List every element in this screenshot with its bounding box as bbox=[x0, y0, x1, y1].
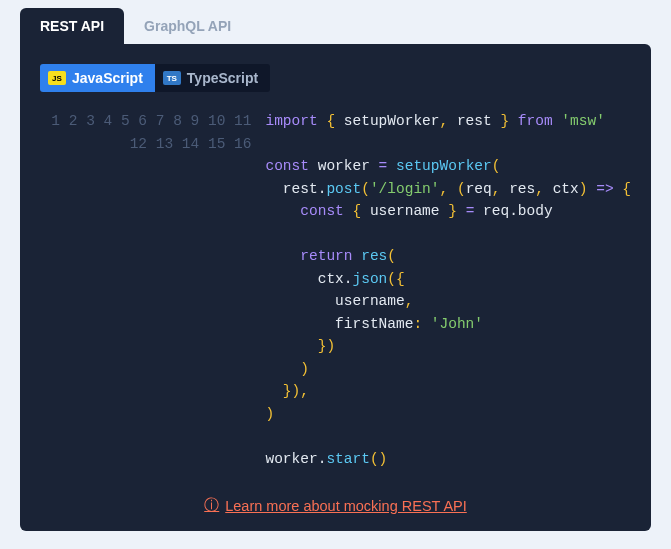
code-line: firstName: 'John' bbox=[265, 313, 631, 336]
learn-more-wrap: ⓘ Learn more about mocking REST API bbox=[40, 496, 631, 515]
tab-rest-api[interactable]: REST API bbox=[20, 8, 124, 44]
line-number-gutter: 1 2 3 4 5 6 7 8 9 10 11 12 13 14 15 16 bbox=[40, 110, 265, 470]
code-line: }), bbox=[265, 380, 631, 403]
code-line bbox=[265, 425, 631, 448]
language-tabs: JS JavaScript TS TypeScript bbox=[40, 64, 270, 92]
code-line: }) bbox=[265, 335, 631, 358]
code-line: username, bbox=[265, 290, 631, 313]
code-line: return res( bbox=[265, 245, 631, 268]
code-line: ) bbox=[265, 358, 631, 381]
code-line: ctx.json({ bbox=[265, 268, 631, 291]
code-panel: JS JavaScript TS TypeScript 1 2 3 4 5 6 … bbox=[20, 44, 651, 531]
lang-tab-label: JavaScript bbox=[72, 70, 143, 86]
api-tabs: REST API GraphQL API bbox=[20, 8, 651, 44]
code-line bbox=[265, 133, 631, 156]
code-line: const worker = setupWorker( bbox=[265, 155, 631, 178]
tab-graphql-api[interactable]: GraphQL API bbox=[124, 8, 251, 44]
js-badge-icon: JS bbox=[48, 71, 66, 85]
lang-tab-label: TypeScript bbox=[187, 70, 258, 86]
lang-tab-javascript[interactable]: JS JavaScript bbox=[40, 64, 155, 92]
code-line: worker.start() bbox=[265, 448, 631, 471]
code-line: import { setupWorker, rest } from 'msw' bbox=[265, 110, 631, 133]
code-line: const { username } = req.body bbox=[265, 200, 631, 223]
lang-tab-typescript[interactable]: TS TypeScript bbox=[155, 64, 270, 92]
learn-more-text: Learn more about mocking REST API bbox=[225, 498, 467, 514]
code-content: import { setupWorker, rest } from 'msw' … bbox=[265, 110, 631, 470]
code-line bbox=[265, 223, 631, 246]
learn-more-link[interactable]: ⓘ Learn more about mocking REST API bbox=[204, 496, 467, 515]
code-line: ) bbox=[265, 403, 631, 426]
info-icon: ⓘ bbox=[204, 496, 219, 515]
code-block: 1 2 3 4 5 6 7 8 9 10 11 12 13 14 15 16 i… bbox=[40, 110, 631, 470]
code-line: rest.post('/login', (req, res, ctx) => { bbox=[265, 178, 631, 201]
ts-badge-icon: TS bbox=[163, 71, 181, 85]
